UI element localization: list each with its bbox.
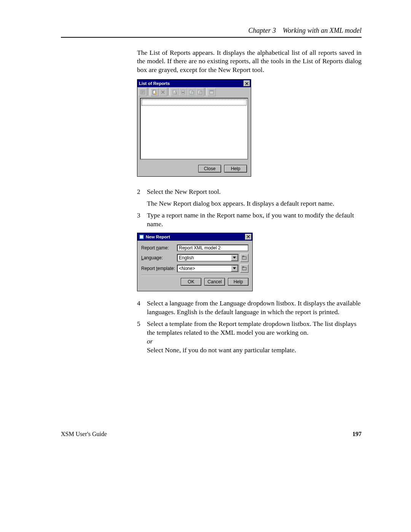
step-number: 4	[137, 299, 147, 316]
svg-rect-28	[242, 257, 246, 259]
generate-html-icon[interactable]	[196, 88, 204, 96]
step-number: 3	[137, 211, 147, 228]
template-label: Report template:	[141, 266, 177, 271]
dialog-titlebar[interactable]: List of Reports	[137, 80, 251, 87]
svg-rect-32	[242, 267, 244, 267]
step-text: Select a language from the Language drop…	[147, 299, 362, 316]
new-report-icon[interactable]	[150, 88, 159, 96]
reports-listbox[interactable]	[140, 98, 248, 160]
preview-icon[interactable]	[170, 88, 179, 96]
generate-rtf-icon[interactable]	[187, 88, 196, 96]
dialog-title: New Report	[146, 235, 245, 239]
close-icon[interactable]	[244, 80, 250, 86]
report-name-input[interactable]: Report XML model 2	[177, 244, 249, 251]
page-footer: XSM User's Guide 197	[61, 431, 362, 438]
edit-icon[interactable]	[207, 88, 216, 96]
step-text: Select the New Report tool.	[147, 187, 362, 196]
chevron-down-icon[interactable]	[231, 265, 238, 272]
chevron-down-icon[interactable]	[231, 255, 238, 261]
svg-rect-31	[242, 267, 246, 270]
language-select[interactable]: English	[177, 254, 239, 262]
intro-paragraph: The List of Reports appears. It displays…	[137, 48, 362, 74]
chapter-title: Working with an XML model	[283, 27, 362, 35]
step-subtext: The New Report dialog box appears. It di…	[147, 199, 362, 208]
step-or: or	[147, 337, 362, 346]
language-browse-button[interactable]	[240, 254, 249, 262]
svg-rect-16	[182, 93, 184, 94]
report-name-label: Report name:	[141, 245, 177, 251]
help-button[interactable]: Help	[224, 165, 247, 173]
step-text-alt: Select None, if you do not want any part…	[147, 346, 362, 355]
close-button[interactable]: Close	[198, 165, 221, 173]
chapter-label: Chapter 3	[248, 27, 276, 35]
ok-button[interactable]: OK	[181, 278, 201, 286]
svg-marker-27	[233, 257, 236, 259]
separator	[141, 275, 249, 276]
app-icon	[139, 234, 144, 240]
step-text: Select a template from the Report templa…	[147, 320, 362, 337]
template-browse-button[interactable]	[240, 264, 249, 273]
listbox-selection	[142, 99, 247, 105]
step-number: 5	[137, 320, 147, 355]
svg-rect-18	[191, 91, 194, 94]
list-of-reports-dialog: List of Reports	[137, 79, 251, 177]
svg-rect-15	[182, 90, 184, 92]
svg-rect-29	[242, 256, 244, 257]
toolbar	[137, 87, 251, 97]
help-button[interactable]: Help	[228, 278, 249, 286]
step-text: Type a report name in the Report name bo…	[147, 211, 362, 228]
close-icon[interactable]	[245, 234, 252, 240]
properties-icon[interactable]	[139, 88, 147, 96]
svg-rect-24	[140, 235, 143, 238]
svg-line-13	[176, 94, 177, 94]
svg-rect-22	[210, 91, 213, 91]
step-number: 2	[137, 187, 147, 208]
cancel-button[interactable]: Cancel	[204, 278, 225, 286]
language-label: Language:	[141, 255, 177, 260]
svg-marker-30	[233, 267, 236, 269]
footer-left: XSM User's Guide	[61, 431, 107, 438]
template-select[interactable]: <None>	[177, 265, 239, 272]
page-number: 197	[352, 431, 362, 438]
print-icon[interactable]	[179, 88, 187, 96]
svg-point-8	[155, 93, 156, 94]
delete-icon[interactable]	[159, 88, 167, 96]
svg-rect-20	[199, 91, 202, 94]
page-header: Chapter 3 Working with an XML model	[61, 27, 362, 38]
dialog-title: List of Reports	[139, 81, 244, 86]
dialog-titlebar[interactable]: New Report	[137, 233, 252, 241]
new-report-dialog: New Report Report name: Report XML model…	[137, 233, 253, 291]
